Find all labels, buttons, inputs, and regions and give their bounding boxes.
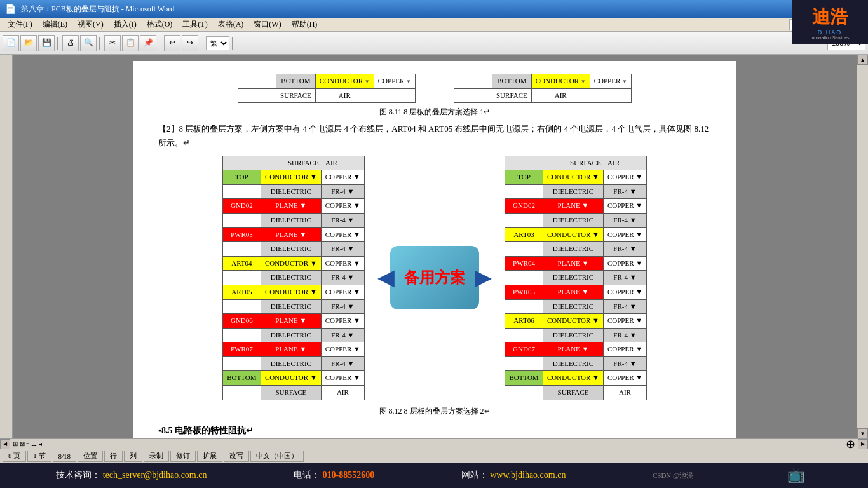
center-area: ◀ 备用方案 ▶ bbox=[371, 189, 498, 367]
redo-btn[interactable]: ↪ bbox=[182, 35, 198, 51]
r-td-conductor6: CONDUCTOR ▼ bbox=[543, 314, 604, 329]
r-td-conductor3: CONDUCTOR ▼ bbox=[543, 227, 604, 242]
bottom-phone-area: 电话： 010-88552600 bbox=[294, 470, 374, 481]
r-td-plane5: PLANE ▼ bbox=[543, 285, 604, 299]
cell-bottom: BOTTOM bbox=[276, 74, 316, 89]
menu-file[interactable]: 文件(F) bbox=[3, 18, 37, 31]
menu-table[interactable]: 表格(A) bbox=[213, 18, 249, 31]
td-fr4-1: FR-4 ▼ bbox=[321, 184, 364, 199]
label2: 电话： bbox=[294, 470, 320, 480]
td-dielectric7: DIELECTRIC bbox=[261, 356, 321, 371]
save-btn[interactable]: 💾 bbox=[38, 35, 55, 51]
td-plane6: PLANE ▼ bbox=[261, 314, 321, 329]
r-td-dielectric5: DIELECTRIC bbox=[543, 299, 604, 314]
r-td-empty2 bbox=[505, 213, 543, 227]
fig812-area: SURFACE AIR TOP CONDUCTOR ▼ COPPER ▼ bbox=[158, 156, 711, 400]
th-surface-air-r: SURFACE AIR bbox=[543, 156, 647, 170]
label3: 网站： bbox=[461, 470, 488, 480]
cut-btn[interactable]: ✂ bbox=[104, 35, 121, 51]
intro-content: 【2】8 层板的叠层方案，左侧方案中有 4 个电源层 4 个布线层，ART04 … bbox=[158, 124, 709, 147]
r-td-art06: ART06 bbox=[505, 314, 543, 329]
r-td-copper7: COPPER ▼ bbox=[603, 342, 646, 357]
menu-insert[interactable]: 插入(I) bbox=[109, 18, 142, 31]
preview-btn[interactable]: 🔍 bbox=[80, 35, 97, 51]
status-lang: 中文（中国） bbox=[250, 451, 304, 462]
r-td-copper2: COPPER ▼ bbox=[603, 199, 646, 214]
h-scroll-left[interactable]: ◀ bbox=[0, 439, 10, 449]
left-ruler bbox=[0, 55, 13, 438]
td-fr4-7: FR-4 ▼ bbox=[321, 356, 364, 371]
right-scrollbar: ▲ ▼ bbox=[857, 55, 868, 438]
font-select[interactable]: 繁 bbox=[206, 36, 229, 50]
r-td-dielectric6: DIELECTRIC bbox=[543, 328, 604, 342]
status-row: 行 bbox=[104, 451, 123, 462]
r-td-top: TOP bbox=[505, 170, 543, 185]
menu-edit[interactable]: 编辑(E) bbox=[37, 18, 72, 31]
cell-copper-top: COPPER ▼ bbox=[374, 74, 415, 89]
td-empty2 bbox=[222, 213, 261, 227]
td-pwr07: PWR07 bbox=[222, 342, 261, 357]
sep2 bbox=[99, 37, 102, 50]
menu-format[interactable]: 格式(O) bbox=[142, 18, 178, 31]
td-plane7: PLANE ▼ bbox=[261, 342, 321, 357]
menu-window[interactable]: 窗口(W) bbox=[248, 18, 286, 31]
bottom-phone: 010-88552600 bbox=[323, 470, 375, 480]
td-dielectric4: DIELECTRIC bbox=[261, 271, 321, 285]
td-art04: ART04 bbox=[222, 256, 261, 271]
word-icon: 📄 bbox=[5, 4, 16, 15]
td-empty6 bbox=[222, 328, 261, 342]
td-top: TOP bbox=[222, 170, 261, 185]
scroll-down-btn[interactable]: ▼ bbox=[857, 428, 868, 438]
paste-btn[interactable]: 📌 bbox=[140, 35, 156, 51]
menu-help[interactable]: 帮助(H) bbox=[287, 18, 323, 31]
tv-icon: 📺 bbox=[787, 467, 804, 484]
caption-fig811-text: 图 8.11 8 层板的叠层方案选择 1↵ bbox=[379, 107, 491, 116]
scroll-up-btn[interactable]: ▲ bbox=[857, 55, 868, 65]
status-section: 1 节 bbox=[27, 451, 51, 462]
bottom-website-area: 网站： www.bjdihao.com.cn bbox=[461, 470, 566, 481]
r-td-plane1: PLANE ▼ bbox=[543, 199, 604, 214]
copy-btn[interactable]: 📋 bbox=[122, 35, 139, 51]
r-td-empty5 bbox=[505, 299, 543, 314]
status-pageof: 8/18 bbox=[53, 451, 77, 462]
r-td-fr4-7: FR-4 ▼ bbox=[603, 356, 646, 371]
status-page: 8 页 bbox=[3, 451, 26, 462]
document-area: BOTTOM CONDUCTOR ▼ COPPER ▼ SURFACE AIR bbox=[13, 55, 857, 438]
caption-fig812: 图 8.12 8 层板的叠层方案选择 2↵ bbox=[158, 405, 711, 417]
r-td-dielectric7: DIELECTRIC bbox=[543, 356, 604, 371]
cell-air-label: AIR bbox=[315, 88, 374, 103]
td-conductor4: CONDUCTOR ▼ bbox=[261, 256, 321, 271]
bottom-bar: 技术咨询： tech_server@bjdihao.com.cn 电话： 010… bbox=[0, 463, 868, 488]
new-btn[interactable]: 📄 bbox=[3, 35, 19, 51]
r-td-gnd02: GND02 bbox=[505, 199, 543, 214]
bottom-watermark: CSDN @池漫 bbox=[653, 471, 693, 480]
scroll-track[interactable] bbox=[857, 65, 868, 428]
section-85-title: ▪8.5 电路板的特性阻抗↵ bbox=[158, 424, 711, 438]
cell-surface-r: SURFACE bbox=[492, 88, 532, 103]
td-plane1: PLANE ▼ bbox=[261, 199, 321, 214]
cell-air-r: AIR bbox=[531, 88, 590, 103]
cell-copper-r: COPPER ▼ bbox=[590, 74, 631, 89]
open-btn[interactable]: 📂 bbox=[20, 35, 37, 51]
r-td-dielectric2: DIELECTRIC bbox=[543, 213, 604, 227]
cell-conductor: CONDUCTOR ▼ bbox=[315, 74, 374, 89]
status-record: 录制 bbox=[144, 451, 169, 462]
r-td-fr4-2: FR-4 ▼ bbox=[603, 213, 646, 227]
h-scroll-right[interactable]: ▶ bbox=[858, 439, 868, 449]
tv-icon-area: 📺 bbox=[780, 464, 812, 487]
menu-tools[interactable]: 工具(T) bbox=[177, 18, 212, 31]
h-scroll-track[interactable] bbox=[44, 439, 843, 449]
cell-surface-label: SURFACE bbox=[276, 88, 316, 103]
up-nav[interactable]: ⊕ bbox=[846, 437, 855, 451]
r-td-art03: ART03 bbox=[505, 227, 543, 242]
td-dielectric2: DIELECTRIC bbox=[261, 213, 321, 227]
r-td-plane4: PLANE ▼ bbox=[543, 256, 604, 271]
r-td-conductor8: CONDUCTOR ▼ bbox=[543, 371, 604, 386]
undo-btn[interactable]: ↩ bbox=[164, 35, 180, 51]
backup-label: 备用方案 bbox=[404, 266, 465, 290]
menu-view[interactable]: 视图(V) bbox=[72, 18, 109, 31]
td-dielectric5: DIELECTRIC bbox=[261, 299, 321, 314]
r-td-fr4-4: FR-4 ▼ bbox=[603, 271, 646, 285]
print-btn[interactable]: 🖨 bbox=[62, 35, 79, 51]
bottom-website: www.bjdihao.com.cn bbox=[490, 470, 566, 480]
